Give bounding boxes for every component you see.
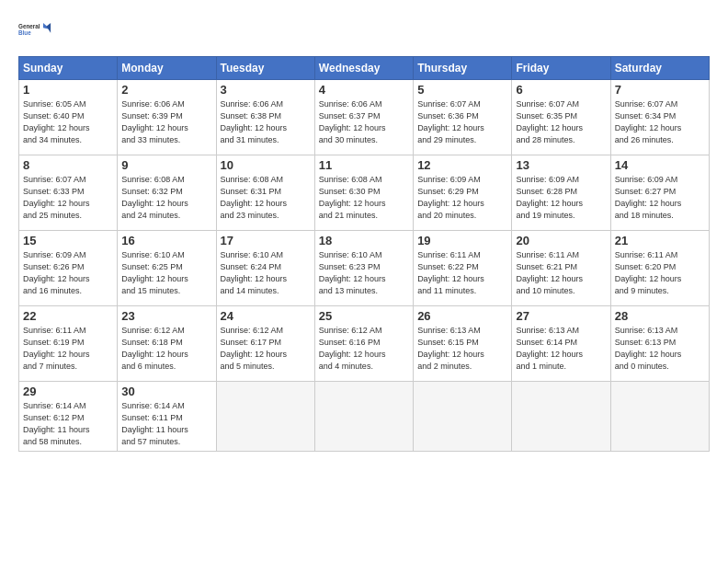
day-info: Sunrise: 6:07 AM Sunset: 6:36 PM Dayligh… bbox=[417, 98, 507, 146]
day-info: Sunrise: 6:09 AM Sunset: 6:28 PM Dayligh… bbox=[516, 174, 606, 222]
day-number: 4 bbox=[319, 83, 409, 97]
week-row-1: 1Sunrise: 6:05 AM Sunset: 6:40 PM Daylig… bbox=[19, 80, 710, 155]
day-info: Sunrise: 6:11 AM Sunset: 6:20 PM Dayligh… bbox=[615, 249, 705, 297]
day-info: Sunrise: 6:13 AM Sunset: 6:14 PM Dayligh… bbox=[516, 325, 606, 373]
day-info: Sunrise: 6:09 AM Sunset: 6:26 PM Dayligh… bbox=[23, 249, 113, 297]
day-number: 18 bbox=[319, 234, 409, 247]
day-info: Sunrise: 6:11 AM Sunset: 6:21 PM Dayligh… bbox=[516, 249, 606, 297]
calendar-table: SundayMondayTuesdayWednesdayThursdayFrid… bbox=[18, 56, 710, 452]
day-cell bbox=[314, 382, 413, 452]
week-row-4: 22Sunrise: 6:11 AM Sunset: 6:19 PM Dayli… bbox=[19, 306, 710, 382]
day-number: 29 bbox=[23, 385, 113, 398]
day-cell: 5Sunrise: 6:07 AM Sunset: 6:36 PM Daylig… bbox=[414, 80, 512, 155]
day-number: 14 bbox=[615, 158, 705, 172]
day-number: 5 bbox=[417, 83, 507, 97]
day-cell: 16Sunrise: 6:10 AM Sunset: 6:25 PM Dayli… bbox=[118, 231, 216, 306]
weekday-header-tuesday: Tuesday bbox=[216, 57, 314, 80]
day-number: 7 bbox=[615, 83, 705, 97]
calendar-page: GeneralBlue SundayMondayTuesdayWednesday… bbox=[0, 0, 728, 563]
day-info: Sunrise: 6:11 AM Sunset: 6:19 PM Dayligh… bbox=[23, 325, 113, 373]
logo: GeneralBlue bbox=[18, 14, 51, 47]
day-info: Sunrise: 6:14 AM Sunset: 6:12 PM Dayligh… bbox=[23, 400, 113, 448]
day-cell: 14Sunrise: 6:09 AM Sunset: 6:27 PM Dayli… bbox=[610, 155, 709, 231]
weekday-header-thursday: Thursday bbox=[414, 57, 512, 80]
day-info: Sunrise: 6:06 AM Sunset: 6:37 PM Dayligh… bbox=[319, 98, 409, 146]
day-cell: 8Sunrise: 6:07 AM Sunset: 6:33 PM Daylig… bbox=[19, 155, 118, 231]
day-number: 6 bbox=[516, 83, 606, 97]
day-info: Sunrise: 6:11 AM Sunset: 6:22 PM Dayligh… bbox=[417, 249, 507, 297]
header: GeneralBlue bbox=[18, 14, 710, 47]
day-info: Sunrise: 6:08 AM Sunset: 6:30 PM Dayligh… bbox=[319, 174, 409, 222]
day-info: Sunrise: 6:10 AM Sunset: 6:23 PM Dayligh… bbox=[319, 249, 409, 297]
day-number: 27 bbox=[516, 309, 606, 323]
day-cell: 21Sunrise: 6:11 AM Sunset: 6:20 PM Dayli… bbox=[610, 231, 709, 306]
day-cell: 25Sunrise: 6:12 AM Sunset: 6:16 PM Dayli… bbox=[314, 306, 413, 382]
day-info: Sunrise: 6:10 AM Sunset: 6:24 PM Dayligh… bbox=[221, 249, 311, 297]
day-info: Sunrise: 6:14 AM Sunset: 6:11 PM Dayligh… bbox=[121, 400, 211, 448]
day-cell: 20Sunrise: 6:11 AM Sunset: 6:21 PM Dayli… bbox=[512, 231, 610, 306]
day-info: Sunrise: 6:08 AM Sunset: 6:32 PM Dayligh… bbox=[121, 174, 211, 222]
day-cell: 3Sunrise: 6:06 AM Sunset: 6:38 PM Daylig… bbox=[216, 80, 314, 155]
day-info: Sunrise: 6:07 AM Sunset: 6:35 PM Dayligh… bbox=[516, 98, 606, 146]
day-info: Sunrise: 6:07 AM Sunset: 6:33 PM Dayligh… bbox=[23, 174, 113, 222]
day-number: 25 bbox=[319, 309, 409, 323]
day-number: 17 bbox=[221, 234, 311, 247]
weekday-header-saturday: Saturday bbox=[610, 57, 709, 80]
day-info: Sunrise: 6:12 AM Sunset: 6:17 PM Dayligh… bbox=[221, 325, 311, 373]
day-number: 28 bbox=[615, 309, 705, 323]
day-info: Sunrise: 6:08 AM Sunset: 6:31 PM Dayligh… bbox=[221, 174, 311, 222]
day-number: 23 bbox=[121, 309, 211, 323]
day-number: 20 bbox=[516, 234, 606, 247]
day-cell: 18Sunrise: 6:10 AM Sunset: 6:23 PM Dayli… bbox=[314, 231, 413, 306]
week-row-3: 15Sunrise: 6:09 AM Sunset: 6:26 PM Dayli… bbox=[19, 231, 710, 306]
day-cell: 30Sunrise: 6:14 AM Sunset: 6:11 PM Dayli… bbox=[118, 382, 216, 452]
day-number: 15 bbox=[23, 234, 113, 247]
day-number: 1 bbox=[23, 83, 113, 97]
day-number: 3 bbox=[221, 83, 311, 97]
day-number: 24 bbox=[221, 309, 311, 323]
day-cell: 7Sunrise: 6:07 AM Sunset: 6:34 PM Daylig… bbox=[610, 80, 709, 155]
day-info: Sunrise: 6:13 AM Sunset: 6:13 PM Dayligh… bbox=[615, 325, 705, 373]
weekday-header-wednesday: Wednesday bbox=[314, 57, 413, 80]
day-cell bbox=[610, 382, 709, 452]
generalblue-logo-icon: GeneralBlue bbox=[18, 14, 51, 47]
day-cell bbox=[512, 382, 610, 452]
day-info: Sunrise: 6:05 AM Sunset: 6:40 PM Dayligh… bbox=[23, 98, 113, 146]
day-info: Sunrise: 6:09 AM Sunset: 6:29 PM Dayligh… bbox=[417, 174, 507, 222]
day-info: Sunrise: 6:06 AM Sunset: 6:39 PM Dayligh… bbox=[121, 98, 211, 146]
day-cell: 29Sunrise: 6:14 AM Sunset: 6:12 PM Dayli… bbox=[19, 382, 118, 452]
day-number: 30 bbox=[121, 385, 211, 398]
svg-text:Blue: Blue bbox=[18, 29, 31, 36]
day-number: 11 bbox=[319, 158, 409, 172]
day-cell: 4Sunrise: 6:06 AM Sunset: 6:37 PM Daylig… bbox=[314, 80, 413, 155]
day-cell: 17Sunrise: 6:10 AM Sunset: 6:24 PM Dayli… bbox=[216, 231, 314, 306]
day-number: 10 bbox=[221, 158, 311, 172]
day-info: Sunrise: 6:13 AM Sunset: 6:15 PM Dayligh… bbox=[417, 325, 507, 373]
day-cell bbox=[414, 382, 512, 452]
day-cell: 26Sunrise: 6:13 AM Sunset: 6:15 PM Dayli… bbox=[414, 306, 512, 382]
weekday-header-monday: Monday bbox=[118, 57, 216, 80]
weekday-header-friday: Friday bbox=[512, 57, 610, 80]
day-cell: 15Sunrise: 6:09 AM Sunset: 6:26 PM Dayli… bbox=[19, 231, 118, 306]
day-info: Sunrise: 6:12 AM Sunset: 6:16 PM Dayligh… bbox=[319, 325, 409, 373]
day-cell bbox=[216, 382, 314, 452]
day-cell: 12Sunrise: 6:09 AM Sunset: 6:29 PM Dayli… bbox=[414, 155, 512, 231]
day-info: Sunrise: 6:06 AM Sunset: 6:38 PM Dayligh… bbox=[221, 98, 311, 146]
weekday-header-sunday: Sunday bbox=[19, 57, 118, 80]
day-number: 13 bbox=[516, 158, 606, 172]
day-cell: 13Sunrise: 6:09 AM Sunset: 6:28 PM Dayli… bbox=[512, 155, 610, 231]
day-info: Sunrise: 6:09 AM Sunset: 6:27 PM Dayligh… bbox=[615, 174, 705, 222]
day-cell: 27Sunrise: 6:13 AM Sunset: 6:14 PM Dayli… bbox=[512, 306, 610, 382]
day-info: Sunrise: 6:12 AM Sunset: 6:18 PM Dayligh… bbox=[121, 325, 211, 373]
day-cell: 9Sunrise: 6:08 AM Sunset: 6:32 PM Daylig… bbox=[118, 155, 216, 231]
week-row-2: 8Sunrise: 6:07 AM Sunset: 6:33 PM Daylig… bbox=[19, 155, 710, 231]
day-cell: 11Sunrise: 6:08 AM Sunset: 6:30 PM Dayli… bbox=[314, 155, 413, 231]
day-info: Sunrise: 6:07 AM Sunset: 6:34 PM Dayligh… bbox=[615, 98, 705, 146]
day-cell: 10Sunrise: 6:08 AM Sunset: 6:31 PM Dayli… bbox=[216, 155, 314, 231]
day-number: 8 bbox=[23, 158, 113, 172]
day-number: 16 bbox=[121, 234, 211, 247]
day-number: 2 bbox=[121, 83, 211, 97]
day-number: 9 bbox=[121, 158, 211, 172]
week-row-5: 29Sunrise: 6:14 AM Sunset: 6:12 PM Dayli… bbox=[19, 382, 710, 452]
day-number: 26 bbox=[417, 309, 507, 323]
